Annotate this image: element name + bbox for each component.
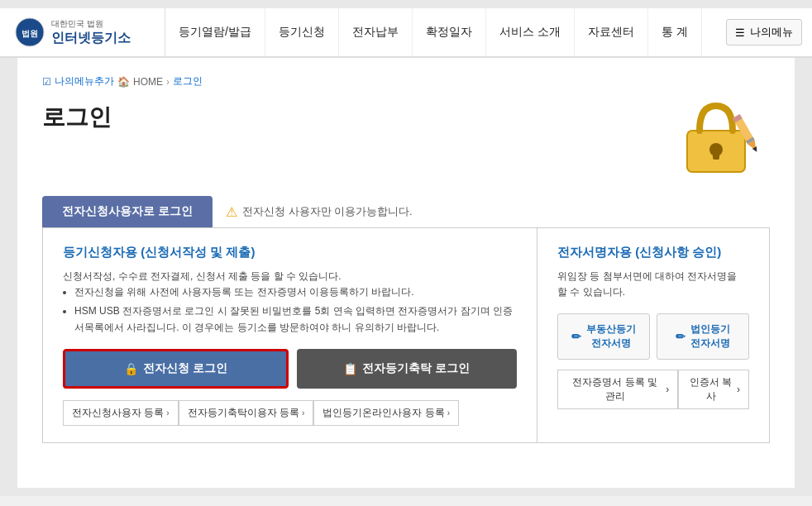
- nav-item-신청[interactable]: 등기신청: [265, 8, 339, 56]
- panel-left: 등기신청자용 (신청서작성 및 제출) 신청서작성, 수수료 전자결제, 신청서…: [43, 228, 537, 442]
- tab-notice: ⚠ 전자신청 사용자만 이용가능합니다.: [213, 198, 426, 227]
- panel-right-title: 전자서명자용 (신청사항 승인): [557, 245, 749, 260]
- registry-축약-label: 전자등기축탁 로그인: [362, 361, 470, 376]
- breadcrumb-current[interactable]: 로그인: [173, 74, 203, 88]
- login-panels: 등기신청자용 (신청서작성 및 제출) 신청서작성, 수수료 전자결제, 신청서…: [42, 227, 770, 443]
- nav-item-납부[interactable]: 전자납부: [339, 8, 413, 56]
- my-menu-add-link[interactable]: 나의메뉴추가: [55, 74, 114, 88]
- reg-label-2: 전자등기축탁이용자 등록: [188, 406, 299, 420]
- panel-desc-item-2: HSM USB 전자증명서로 로그인 시 잘못된 비밀번호를 5회 연속 입력하…: [74, 303, 517, 335]
- tab-electronic-user[interactable]: 전자신청사용자로 로그인: [42, 196, 213, 227]
- cert-copy-link[interactable]: 인증서 복사 ›: [678, 370, 749, 409]
- breadcrumb-separator: ›: [166, 76, 170, 88]
- hamburger-icon: ☰: [735, 26, 745, 39]
- panel-right-desc: 위임장 등 첨부서면에 대하여 전자서명을 할 수 있습니다.: [557, 269, 749, 300]
- logo-area: 법원 대한민국 법원 인터넷등기소: [0, 8, 165, 56]
- my-menu-label: 나의메뉴: [750, 25, 793, 40]
- sign-buttons: ✏ 부동산등기전자서명 ✏ 법인등기전자서명: [557, 313, 749, 360]
- logo-top-text: 대한민국 법원: [51, 18, 131, 30]
- reg-link-축탁[interactable]: 전자등기축탁이용자 등록 ›: [179, 400, 314, 426]
- registry-축약-login-button[interactable]: 📋 전자등기축탁 로그인: [297, 349, 518, 389]
- tab-notice-text: 전자신청 사용자만 이용가능합니다.: [242, 204, 413, 219]
- reg-link-전자신청[interactable]: 전자신청사용자 등록 ›: [63, 400, 179, 426]
- logo-main-text: 인터넷등기소: [51, 30, 131, 47]
- lock-btn-icon: 🔒: [124, 362, 138, 375]
- cert-register-label: 전자증명서 등록 및 관리: [566, 375, 663, 403]
- warning-icon: ⚠: [226, 204, 237, 220]
- nav-item-자료[interactable]: 자료센터: [575, 8, 648, 56]
- cert-arrow-1: ›: [666, 384, 669, 395]
- page-title: 로그인: [42, 102, 112, 133]
- emblem-icon: 법원: [15, 17, 45, 47]
- electronic-login-label: 전자신청 로그인: [143, 361, 227, 376]
- page-title-area: 로그인: [42, 102, 770, 176]
- panel-left-desc: 신청서작성, 수수료 전자결제, 신청서 제출 등을 할 수 있습니다. 전자신…: [63, 269, 517, 336]
- nav-right-area: ☰ 나의메뉴: [716, 8, 812, 56]
- corporate-sign-label: 법인등기전자서명: [690, 322, 730, 351]
- realestate-sign-label: 부동산등기전자서명: [586, 322, 636, 351]
- sign-icon-1: ✏: [571, 330, 581, 343]
- breadcrumb: ☑ 나의메뉴추가 🏠 HOME › 로그인: [42, 74, 770, 88]
- logo-text: 대한민국 법원 인터넷등기소: [51, 18, 131, 47]
- reg-link-법인[interactable]: 법인등기온라인사용자 등록 ›: [313, 400, 459, 426]
- reg-label-1: 전자신청사용자 등록: [72, 406, 164, 420]
- my-menu-button[interactable]: ☰ 나의메뉴: [726, 19, 802, 45]
- svg-rect-4: [713, 150, 719, 160]
- arrow-icon-2: ›: [302, 408, 304, 418]
- arrow-icon-3: ›: [447, 408, 450, 418]
- breadcrumb-check-icon: ☑: [42, 76, 51, 88]
- svg-text:법원: 법원: [21, 29, 38, 38]
- nav-item-통계[interactable]: 통 계: [648, 8, 702, 56]
- realestate-sign-button[interactable]: ✏ 부동산등기전자서명: [557, 313, 650, 360]
- cert-copy-label: 인증서 복사: [687, 375, 734, 403]
- cert-links: 전자증명서 등록 및 관리 › 인증서 복사 ›: [557, 370, 749, 409]
- breadcrumb-home-text: HOME: [133, 76, 163, 88]
- login-buttons: 🔒 전자신청 로그인 📋 전자등기축탁 로그인: [63, 349, 517, 389]
- nav-item-확정[interactable]: 확정일자: [413, 8, 486, 56]
- breadcrumb-home-icon: 🏠: [117, 76, 130, 88]
- panel-desc-main: 신청서작성, 수수료 전자결제, 신청서 제출 등을 할 수 있습니다.: [63, 270, 342, 282]
- main-nav: 등기열람/발급 등기신청 전자납부 확정일자 서비스 소개 자료센터 통 계 ☰…: [165, 8, 812, 56]
- tab-bar: 전자신청사용자로 로그인 ⚠ 전자신청 사용자만 이용가능합니다.: [42, 196, 770, 227]
- register-links: 전자신청사용자 등록 › 전자등기축탁이용자 등록 › 법인등기온라인사용자 등…: [63, 400, 517, 426]
- panel-desc-list: 전자신청을 위해 사전에 사용자등록 또는 전자증명서 이용등록하기 바랍니다.…: [63, 284, 517, 336]
- panel-left-title: 등기신청자용 (신청서작성 및 제출): [63, 245, 517, 260]
- lock-icon: [671, 93, 770, 176]
- panel-right: 전자서명자용 (신청사항 승인) 위임장 등 첨부서면에 대하여 전자서명을 할…: [537, 228, 769, 442]
- reg-label-3: 법인등기온라인사용자 등록: [322, 406, 444, 420]
- nav-item-서비스[interactable]: 서비스 소개: [486, 8, 575, 56]
- arrow-icon-1: ›: [166, 408, 169, 418]
- cert-register-link[interactable]: 전자증명서 등록 및 관리 ›: [557, 370, 678, 409]
- panel-desc-item-1: 전자신청을 위해 사전에 사용자등록 또는 전자증명서 이용등록하기 바랍니다.: [74, 284, 517, 300]
- electronic-login-button[interactable]: 🔒 전자신청 로그인: [63, 349, 289, 389]
- cert-arrow-2: ›: [737, 384, 740, 395]
- lock-illustration: [671, 93, 770, 176]
- corporate-sign-button[interactable]: ✏ 법인등기전자서명: [657, 313, 749, 360]
- registry-btn-icon: 📋: [343, 362, 357, 375]
- sign-icon-2: ✏: [676, 330, 685, 343]
- nav-item-열람[interactable]: 등기열람/발급: [165, 8, 265, 56]
